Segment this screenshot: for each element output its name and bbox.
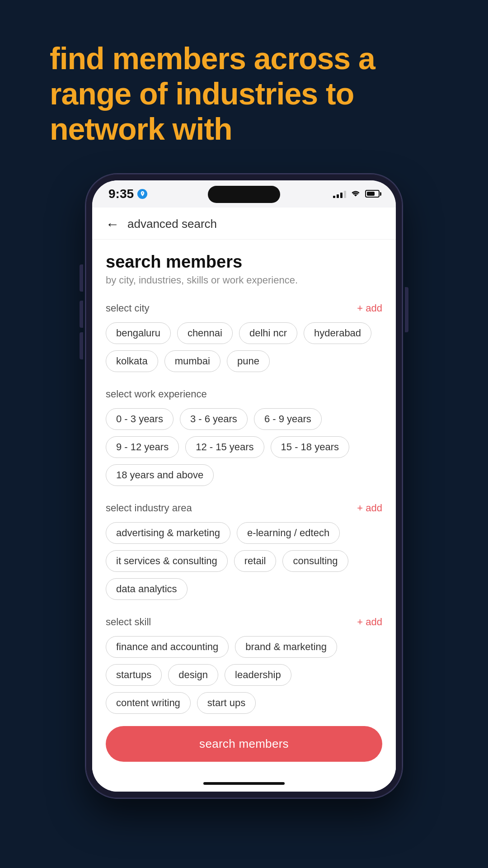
chip-6-9-years[interactable]: 6 - 9 years <box>254 408 322 430</box>
experience-section-header: select work experience <box>106 388 382 400</box>
chip-delhi-ncr[interactable]: delhi ncr <box>239 322 297 344</box>
chip-content-writing[interactable]: content writing <box>106 692 191 714</box>
city-chips: bengaluru chennai delhi ncr hyderabad ko… <box>106 322 382 372</box>
industry-section-header: select industry area + add <box>106 502 382 514</box>
headline: find members across a range of industrie… <box>50 41 438 147</box>
page-subtitle: by city, industries, skills or work expe… <box>106 274 382 286</box>
home-bar <box>203 782 285 785</box>
chip-elearning-edtech[interactable]: e-learning / edtech <box>237 522 340 544</box>
skill-label: select skill <box>106 616 151 628</box>
industry-chips: advertising & marketing e-learning / edt… <box>106 522 382 600</box>
home-indicator <box>92 775 396 792</box>
chip-15-18-years[interactable]: 15 - 18 years <box>271 436 349 458</box>
battery-icon <box>365 190 380 198</box>
chip-0-3-years[interactable]: 0 - 3 years <box>106 408 174 430</box>
chip-hyderabad[interactable]: hyderabad <box>304 322 371 344</box>
experience-label: select work experience <box>106 388 207 400</box>
app-content: ← advanced search search members by city… <box>92 208 396 792</box>
chip-9-12-years[interactable]: 9 - 12 years <box>106 436 179 458</box>
wifi-icon <box>351 189 361 199</box>
chip-startups[interactable]: startups <box>106 664 162 686</box>
top-nav: ← advanced search <box>92 208 396 240</box>
chip-pune[interactable]: pune <box>227 350 270 372</box>
skill-section: select skill + add finance and accountin… <box>106 616 382 714</box>
chip-advertising-marketing[interactable]: advertising & marketing <box>106 522 230 544</box>
chip-leadership[interactable]: leadership <box>225 664 291 686</box>
chip-design[interactable]: design <box>168 664 218 686</box>
skill-chips: finance and accounting brand & marketing… <box>106 636 382 714</box>
status-icons <box>333 189 380 199</box>
chip-consulting[interactable]: consulting <box>282 550 348 572</box>
chip-chennai[interactable]: chennai <box>177 322 233 344</box>
industry-section: select industry area + add advertising &… <box>106 502 382 600</box>
back-button[interactable]: ← <box>106 217 119 232</box>
dynamic-island <box>208 186 280 203</box>
city-label: select city <box>106 302 150 314</box>
status-bar: 9:35 <box>92 180 396 208</box>
city-add-button[interactable]: + add <box>357 302 382 314</box>
nav-title: advanced search <box>127 217 217 231</box>
chip-kolkata[interactable]: kolkata <box>106 350 158 372</box>
search-btn-container: search members <box>92 717 396 775</box>
chip-brand-marketing[interactable]: brand & marketing <box>235 636 337 658</box>
industry-label: select industry area <box>106 502 192 514</box>
chip-retail[interactable]: retail <box>234 550 277 572</box>
signal-bars-icon <box>333 190 346 198</box>
city-section-header: select city + add <box>106 302 382 314</box>
chip-data-analytics[interactable]: data analytics <box>106 578 188 600</box>
chip-18-above[interactable]: 18 years and above <box>106 464 214 486</box>
experience-section: select work experience 0 - 3 years 3 - 6… <box>106 388 382 486</box>
location-icon <box>137 189 147 199</box>
chip-start-ups[interactable]: start ups <box>197 692 256 714</box>
scroll-content: search members by city, industries, skil… <box>92 240 396 717</box>
phone-inner: 9:35 <box>92 180 396 792</box>
chip-finance-accounting[interactable]: finance and accounting <box>106 636 229 658</box>
experience-chips: 0 - 3 years 3 - 6 years 6 - 9 years 9 - … <box>106 408 382 486</box>
phone-frame: 9:35 <box>86 174 402 798</box>
chip-3-6-years[interactable]: 3 - 6 years <box>180 408 248 430</box>
chip-it-services-consulting[interactable]: it services & consulting <box>106 550 228 572</box>
skill-section-header: select skill + add <box>106 616 382 628</box>
chip-mumbai[interactable]: mumbai <box>164 350 221 372</box>
chip-bengaluru[interactable]: bengaluru <box>106 322 171 344</box>
city-section: select city + add bengaluru chennai delh… <box>106 302 382 372</box>
search-members-button[interactable]: search members <box>106 726 382 762</box>
skill-add-button[interactable]: + add <box>357 616 382 628</box>
industry-add-button[interactable]: + add <box>357 502 382 514</box>
chip-12-15-years[interactable]: 12 - 15 years <box>185 436 264 458</box>
status-time: 9:35 <box>108 187 147 201</box>
page-title: search members <box>106 252 382 272</box>
